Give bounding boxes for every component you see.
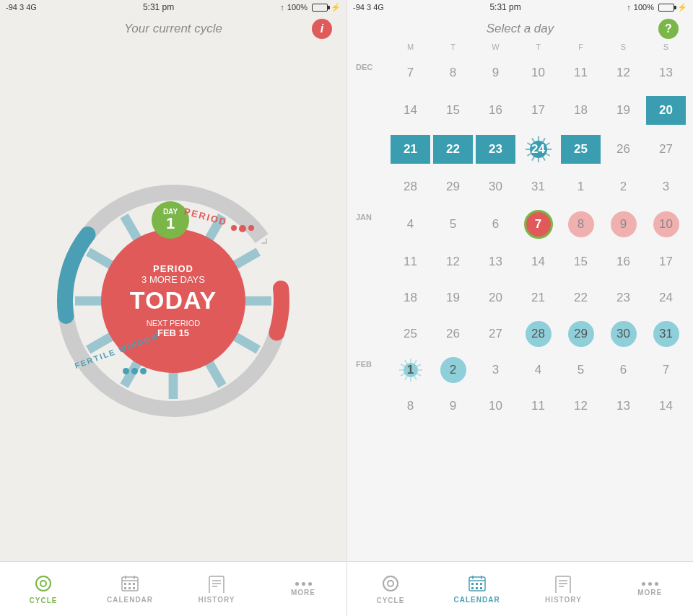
right-nav-calendar-label: CALENDAR <box>454 596 500 604</box>
cal-cell-w3-d4[interactable]: 1 <box>559 170 602 204</box>
cal-cell-w4-d4[interactable]: 8 <box>559 206 602 243</box>
cal-cell-w2-d1[interactable]: 22 <box>432 131 474 168</box>
cal-cell-w5-d3[interactable]: 14 <box>517 245 559 279</box>
cal-cell-w2-d6[interactable]: 27 <box>645 131 687 168</box>
cal-cell-w0-d2[interactable]: 9 <box>474 56 517 90</box>
cal-cell-w6-d0[interactable]: 18 <box>389 281 432 315</box>
cal-cell-w4-d1[interactable]: 5 <box>432 206 474 243</box>
cal-cell-w3-d1[interactable]: 29 <box>432 170 474 204</box>
cal-cell-w2-d2[interactable]: 23 <box>474 131 517 168</box>
cal-cell-w8-d3[interactable]: 4 <box>517 353 559 387</box>
right-nav-more[interactable]: MORE <box>606 562 693 616</box>
cal-cell-w1-d1[interactable]: 15 <box>432 92 474 129</box>
cal-cell-w6-d4[interactable]: 22 <box>559 281 602 315</box>
cal-cell-w8-d4[interactable]: 5 <box>559 353 602 387</box>
month-spacer <box>353 40 389 54</box>
cal-cell-w3-d3[interactable]: 31 <box>517 170 559 204</box>
cal-cell-w7-d5[interactable]: 30 <box>602 317 645 351</box>
day-badge[interactable]: DAY 1 <box>152 201 189 239</box>
cal-cell-w7-d1[interactable]: 26 <box>432 317 474 351</box>
cal-cell-w8-d2[interactable]: 3 <box>474 353 517 387</box>
month-label-0: DEC <box>353 56 389 90</box>
cal-cell-w5-d0[interactable]: 11 <box>389 245 432 279</box>
right-nav-calendar[interactable]: CALENDAR <box>434 562 520 616</box>
right-lightning: ⚡ <box>677 3 687 12</box>
right-panel: -94 3 4G 5:31 pm ↑ 100% ⚡ Select a day ?… <box>346 0 693 616</box>
cal-cell-w4-d3[interactable]: 7 <box>517 206 559 243</box>
cal-cell-w8-d0[interactable]: 1 <box>389 353 432 387</box>
month-label-9 <box>353 389 389 423</box>
cal-cell-w9-d3[interactable]: 11 <box>517 389 559 423</box>
cal-cell-w1-d6[interactable]: 20 <box>645 92 687 129</box>
svg-rect-20 <box>124 587 126 589</box>
right-more-dots-icon <box>642 582 658 586</box>
cal-cell-w2-d5[interactable]: 26 <box>602 131 645 168</box>
cal-cell-w1-d3[interactable]: 17 <box>517 92 559 129</box>
cal-cell-w5-d1[interactable]: 12 <box>432 245 474 279</box>
cal-cell-w4-d2[interactable]: 6 <box>474 206 517 243</box>
day-label-f: F <box>559 40 602 54</box>
cal-cell-w8-d6[interactable]: 7 <box>645 353 687 387</box>
cal-cell-w0-d1[interactable]: 8 <box>432 56 474 90</box>
cal-cell-w4-d6[interactable]: 10 <box>645 206 687 243</box>
cal-cell-w8-d1[interactable]: 2 <box>432 353 474 387</box>
cal-cell-w4-d0[interactable]: 4 <box>389 206 432 243</box>
cal-cell-w3-d6[interactable]: 3 <box>645 170 687 204</box>
cal-cell-w1-d5[interactable]: 19 <box>602 92 645 129</box>
cal-cell-w6-d1[interactable]: 19 <box>432 281 474 315</box>
day-label-t2: T <box>517 40 559 54</box>
cal-cell-w7-d3[interactable]: 28 <box>517 317 559 351</box>
left-nav-cycle[interactable]: CYCLE <box>0 562 87 616</box>
cal-cell-w0-d0[interactable]: 7 <box>389 56 432 90</box>
right-nav-cycle[interactable]: CYCLE <box>347 562 434 616</box>
cal-cell-w6-d6[interactable]: 24 <box>645 281 687 315</box>
cal-cell-w6-d3[interactable]: 21 <box>517 281 559 315</box>
cal-cell-w7-d6[interactable]: 31 <box>645 317 687 351</box>
cal-cell-w0-d4[interactable]: 11 <box>559 56 602 90</box>
cal-cell-w8-d5[interactable]: 6 <box>602 353 645 387</box>
cal-cell-w3-d5[interactable]: 2 <box>602 170 645 204</box>
cal-cell-w9-d4[interactable]: 12 <box>559 389 602 423</box>
cal-cell-w6-d2[interactable]: 20 <box>474 281 517 315</box>
cal-cell-w0-d3[interactable]: 10 <box>517 56 559 90</box>
cal-cell-w0-d6[interactable]: 13 <box>645 56 687 90</box>
today-label: TODAY <box>130 286 217 314</box>
help-button[interactable]: ? <box>658 19 679 39</box>
cal-cell-w2-d4[interactable]: 25 <box>559 131 602 168</box>
cal-cell-w0-d5[interactable]: 12 <box>602 56 645 90</box>
cal-cell-w9-d6[interactable]: 14 <box>645 389 687 423</box>
left-nav-calendar[interactable]: CALENDAR <box>87 562 173 616</box>
calendar-week-1: 14151617181920 <box>353 92 687 129</box>
cal-cell-w2-d3[interactable]: 24 <box>517 131 559 168</box>
cal-cell-w7-d2[interactable]: 27 <box>474 317 517 351</box>
day-label-w: W <box>474 40 517 54</box>
cal-cell-w7-d4[interactable]: 29 <box>559 317 602 351</box>
cal-cell-w5-d4[interactable]: 15 <box>559 245 602 279</box>
cal-cell-w9-d2[interactable]: 10 <box>474 389 517 423</box>
left-nav-history[interactable]: HISTORY <box>173 562 260 616</box>
left-nav-cycle-label: CYCLE <box>30 597 58 604</box>
cal-cell-w1-d4[interactable]: 18 <box>559 92 602 129</box>
cal-cell-w1-d2[interactable]: 16 <box>474 92 517 129</box>
cal-cell-w3-d0[interactable]: 28 <box>389 170 432 204</box>
right-nav-history[interactable]: HISTORY <box>520 562 607 616</box>
cal-cell-w5-d5[interactable]: 16 <box>602 245 645 279</box>
cal-cell-w5-d6[interactable]: 17 <box>645 245 687 279</box>
left-arrow-icon: ↑ <box>280 3 284 12</box>
left-signal: -94 3 4G <box>6 3 37 12</box>
cal-cell-w6-d5[interactable]: 23 <box>602 281 645 315</box>
left-nav-more[interactable]: MORE <box>260 562 346 616</box>
right-right-icons: ↑ 100% ⚡ <box>627 3 687 12</box>
svg-rect-61 <box>480 583 482 585</box>
info-button[interactable]: i <box>312 19 332 39</box>
cal-cell-w9-d1[interactable]: 9 <box>432 389 474 423</box>
cal-cell-w5-d2[interactable]: 13 <box>474 245 517 279</box>
svg-rect-62 <box>471 587 474 589</box>
cal-cell-w4-d5[interactable]: 9 <box>602 206 645 243</box>
cal-cell-w2-d0[interactable]: 21 <box>389 131 432 168</box>
cal-cell-w9-d5[interactable]: 13 <box>602 389 645 423</box>
cal-cell-w3-d2[interactable]: 30 <box>474 170 517 204</box>
cal-cell-w9-d0[interactable]: 8 <box>389 389 432 423</box>
cal-cell-w7-d0[interactable]: 25 <box>389 317 432 351</box>
cal-cell-w1-d0[interactable]: 14 <box>389 92 432 129</box>
